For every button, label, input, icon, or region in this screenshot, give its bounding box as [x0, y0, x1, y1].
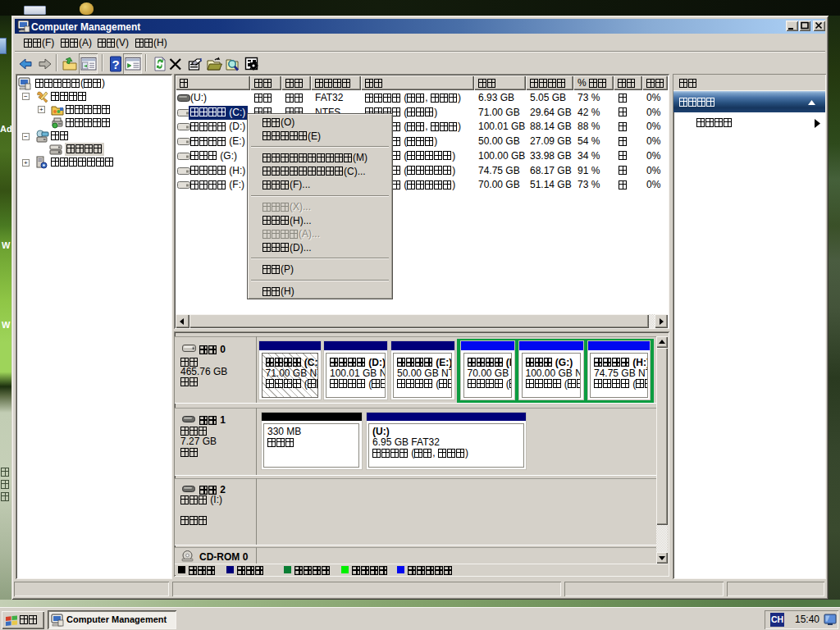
svg-text:?: ?: [112, 57, 119, 71]
